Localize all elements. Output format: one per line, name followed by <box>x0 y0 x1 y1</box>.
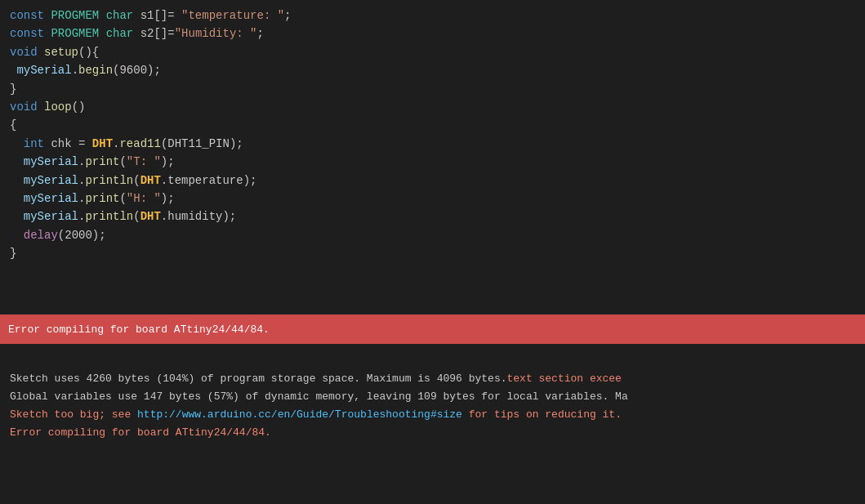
code-line: void loop() <box>10 98 855 116</box>
code-line: } <box>10 80 855 98</box>
code-editor: const PROGMEM char s1[]= "temperature: "… <box>0 0 865 314</box>
output-line: Global variables use 147 bytes (57%) of … <box>10 388 855 406</box>
output-console: Sketch uses 4260 bytes (104%) of program… <box>0 344 865 504</box>
output-line: Sketch uses 4260 bytes (104%) of program… <box>10 370 855 388</box>
code-line: mySerial.println(DHT.temperature); <box>10 172 855 190</box>
code-line: void setup(){ <box>10 43 855 61</box>
output-line <box>10 352 855 370</box>
code-line: mySerial.print("T: "); <box>10 153 855 171</box>
code-line: { <box>10 116 855 134</box>
code-line: mySerial.begin(9600); <box>10 61 855 79</box>
error-bar: Error compiling for board ATtiny24/44/84… <box>0 314 865 344</box>
code-line: int chk = DHT.read11(DHT11_PIN); <box>10 135 855 153</box>
code-line: mySerial.println(DHT.humidity); <box>10 207 855 225</box>
output-line: Error compiling for board ATtiny24/44/84… <box>10 424 855 442</box>
code-line: } <box>10 244 855 262</box>
error-bar-text: Error compiling for board ATtiny24/44/84… <box>8 323 270 336</box>
code-line: const PROGMEM char s2[]="Humidity: "; <box>10 25 855 42</box>
code-line: mySerial.print("H: "); <box>10 190 855 207</box>
output-line: Sketch too big; see http://www.arduino.c… <box>10 406 855 424</box>
code-line: const PROGMEM char s1[]= "temperature: "… <box>10 7 855 25</box>
code-line: delay(2000); <box>10 226 855 244</box>
